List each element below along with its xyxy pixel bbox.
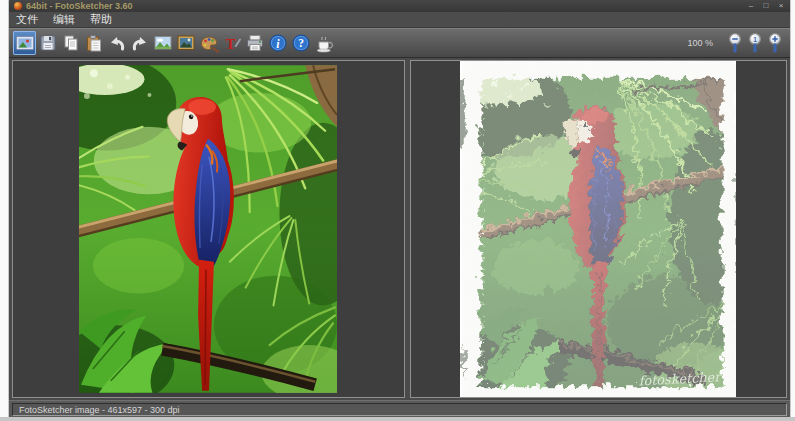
fotosketcher-window: 64bit - FotoSketcher 3.60 – □ × 文件 编辑 帮助 (8, 0, 791, 417)
floppy-disk-icon (38, 33, 58, 53)
window-bottom-frame (0, 417, 795, 421)
minimize-button[interactable]: – (747, 2, 755, 10)
svg-text:?: ? (298, 37, 304, 49)
painted-image-panel: fotosketcher (410, 60, 787, 398)
menu-edit[interactable]: 编辑 (53, 14, 75, 25)
print-button[interactable] (243, 31, 266, 55)
undo-button[interactable] (105, 31, 128, 55)
paste-button[interactable] (82, 31, 105, 55)
view-framed-image-button[interactable] (174, 31, 197, 55)
statusbar: FotoSketcher image - 461x597 - 300 dpi (9, 400, 790, 417)
menu-help[interactable]: 帮助 (90, 14, 112, 25)
redo-arrow-icon (130, 33, 150, 53)
window-controls: – □ × (747, 2, 785, 10)
donate-button[interactable] (312, 31, 335, 55)
screenshot-root: 64bit - FotoSketcher 3.60 – □ × 文件 编辑 帮助 (0, 0, 795, 421)
zoom-100-button[interactable]: 1 (746, 30, 766, 56)
palette-icon (199, 33, 219, 53)
copy-icon (61, 33, 81, 53)
status-text: FotoSketcher image - 461x597 - 300 dpi (12, 403, 787, 416)
question-icon: ? (291, 33, 311, 53)
zoom-out-button[interactable] (726, 30, 746, 56)
framed-photo-icon (176, 33, 196, 53)
menu-file[interactable]: 文件 (16, 14, 38, 25)
svg-text:T: T (225, 36, 235, 52)
help-button[interactable]: ? (289, 31, 312, 55)
open-image-icon (15, 33, 35, 53)
window-title: 64bit - FotoSketcher 3.60 (26, 2, 133, 11)
coffee-cup-icon (314, 33, 334, 53)
drawing-parameters-button[interactable] (197, 31, 220, 55)
magnifier-plus-icon (767, 32, 785, 54)
magnifier-one-to-one-icon: 1 (747, 32, 765, 54)
about-button[interactable]: i (266, 31, 289, 55)
zoom-in-button[interactable] (766, 30, 786, 56)
landscape-photo-icon (153, 33, 173, 53)
paste-clipboard-icon (84, 33, 104, 53)
undo-arrow-icon (107, 33, 127, 53)
copy-button[interactable] (59, 31, 82, 55)
close-button[interactable]: × (777, 2, 785, 10)
add-text-button[interactable]: T (220, 31, 243, 55)
svg-text:1: 1 (753, 36, 757, 43)
save-image-button[interactable] (36, 31, 59, 55)
maximize-button[interactable]: □ (762, 2, 770, 10)
printer-icon (245, 33, 265, 53)
menubar: 文件 编辑 帮助 (9, 12, 790, 28)
redo-button[interactable] (128, 31, 151, 55)
app-logo-icon (14, 2, 22, 10)
view-original-image-button[interactable] (151, 31, 174, 55)
painted-macaw-canvas: fotosketcher (460, 61, 736, 397)
open-image-button[interactable] (13, 31, 36, 55)
toolbar: T i ? 100 % 1 (9, 28, 790, 58)
magnifier-minus-icon (727, 32, 745, 54)
zoom-level-label: 100 % (687, 38, 713, 48)
titlebar[interactable]: 64bit - FotoSketcher 3.60 – □ × (9, 0, 790, 12)
image-workspace: fotosketcher (9, 58, 790, 400)
info-icon: i (268, 33, 288, 53)
original-image-panel (12, 60, 405, 398)
text-tool-icon: T (222, 33, 242, 53)
original-macaw-photo (79, 65, 337, 393)
